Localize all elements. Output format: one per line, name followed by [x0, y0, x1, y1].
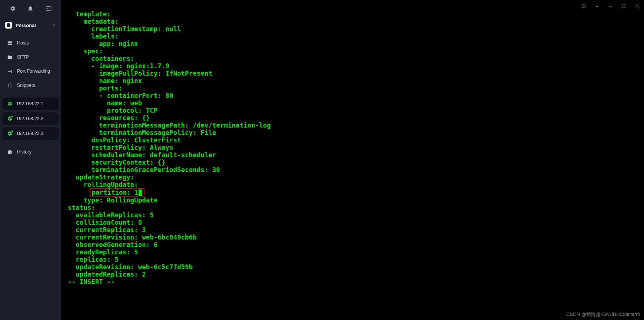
status-dot-icon [11, 130, 14, 133]
terminal-pane[interactable]: template: metadata: creationTimestamp: n… [61, 0, 644, 320]
terminal-small-icon[interactable] [45, 5, 52, 13]
nav-sftp[interactable]: SFTP [0, 50, 61, 64]
dropdown-icon[interactable] [594, 4, 600, 10]
nav-label: Snippets [17, 83, 35, 88]
workspace-label: Personal [16, 23, 36, 28]
sidebar: Personal Hosts SFTP Port Forwarding Snip… [0, 0, 61, 320]
nav-section-bottom: History [0, 141, 61, 163]
window-controls [581, 4, 640, 10]
svg-rect-7 [622, 5, 625, 8]
session-ip: 192.168.22.1 [16, 101, 43, 106]
nav-section: Hosts SFTP Port Forwarding Snippets [0, 32, 61, 96]
forward-icon [7, 68, 13, 74]
workspace-selector[interactable]: Personal [0, 18, 61, 32]
session-ip: 192.168.22.3 [16, 131, 43, 136]
minimize-icon[interactable] [608, 4, 613, 10]
workspace-icon [5, 22, 12, 29]
session-item[interactable]: 192.168.22.3 [2, 127, 59, 140]
session-gear-icon [7, 101, 13, 107]
nav-snippets[interactable]: Snippets [0, 78, 61, 92]
nav-label: History [17, 149, 31, 155]
bell-icon[interactable] [27, 5, 34, 13]
nav-label: SFTP [17, 55, 29, 60]
nav-label: Port Forwarding [17, 69, 50, 74]
braces-icon [7, 82, 13, 88]
top-icon-bar [0, 0, 61, 18]
close-icon[interactable] [634, 4, 640, 10]
watermark-text: CSDN @鲍海超-GNUBHCkalitarro [566, 311, 640, 318]
session-gear-icon [7, 131, 13, 136]
session-item[interactable]: 192.168.22.2 [2, 112, 59, 125]
clock-icon [7, 149, 13, 155]
panel-toggle-icon[interactable] [581, 4, 586, 10]
settings-icon[interactable] [9, 5, 16, 13]
chevron-down-icon [52, 23, 56, 28]
session-item[interactable]: 192.168.22.1 [2, 98, 59, 110]
svg-rect-2 [7, 43, 11, 45]
nav-label: Hosts [17, 40, 29, 46]
nav-port-forwarding[interactable]: Port Forwarding [0, 64, 61, 78]
svg-rect-4 [582, 5, 585, 8]
svg-rect-1 [7, 41, 11, 43]
folder-icon [7, 54, 13, 60]
session-ip: 192.168.22.2 [16, 116, 43, 121]
maximize-icon[interactable] [621, 4, 626, 10]
nav-history[interactable]: History [0, 145, 61, 159]
terminal-content: template: metadata: creationTimestamp: n… [68, 10, 644, 286]
status-dot-icon [11, 115, 14, 118]
sessions-group: 192.168.22.1 192.168.22.2 192.168.22.3 [0, 96, 61, 141]
server-icon [7, 40, 13, 46]
session-gear-icon [7, 116, 13, 122]
nav-hosts[interactable]: Hosts [0, 36, 61, 50]
svg-rect-0 [46, 7, 51, 11]
